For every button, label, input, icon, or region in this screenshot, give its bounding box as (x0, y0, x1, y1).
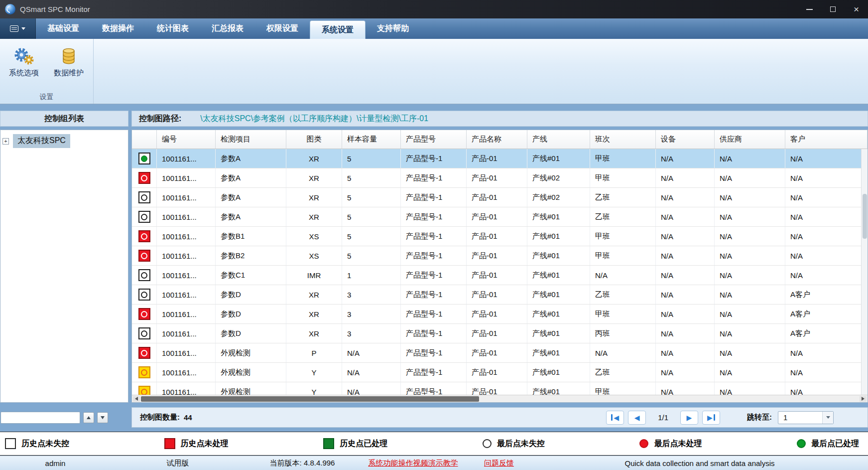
column-header[interactable]: 班次 (590, 130, 656, 149)
status-dot (141, 194, 147, 201)
first-page-button[interactable]: ◀ (606, 411, 624, 425)
status-cell (132, 207, 157, 226)
table-row[interactable]: 1001161...参数AXR5产品型号-1产品-01产线#02乙班N/AN/A… (132, 188, 868, 207)
table-row[interactable]: 1001161...参数AXR5产品型号-1产品-01产线#01甲班N/AN/A… (132, 149, 868, 168)
system-options-button[interactable]: 系统选项 (3, 43, 45, 81)
table-row[interactable]: 1001161...参数AXR5产品型号-1产品-01产线#01乙班N/AN/A… (132, 207, 868, 227)
scroll-right-button[interactable] (860, 396, 867, 402)
next-page-button[interactable]: ▶ (680, 411, 698, 425)
column-header[interactable]: 样本容量 (342, 130, 401, 149)
database-icon (59, 46, 79, 67)
tab-basic-settings[interactable]: 基础设置 (36, 18, 91, 39)
tree-item-label[interactable]: 太友科技SPC (13, 134, 70, 148)
table-cell: 甲班 (590, 149, 656, 168)
table-row[interactable]: 1001161...参数C1IMR1产品型号-1产品-01产线#01N/AN/A… (132, 266, 868, 285)
vertical-scrollbar[interactable] (861, 149, 868, 395)
maximize-button[interactable] (821, 0, 845, 18)
table-cell: 产线#02 (527, 168, 590, 187)
table-cell: N/A (785, 188, 868, 207)
tab-summary-reports[interactable]: 汇总报表 (200, 18, 255, 39)
last-page-button[interactable]: ▶ (702, 411, 720, 425)
data-maintenance-button[interactable]: 数据维护 (48, 43, 90, 81)
table-cell: 参数A (216, 168, 286, 187)
status-icon-white-box-green-dot (138, 153, 150, 164)
close-button[interactable]: × (845, 0, 868, 18)
tab-data-operations[interactable]: 数据操作 (91, 18, 145, 39)
table-cell: 乙班 (590, 285, 656, 304)
column-header[interactable]: 设备 (656, 130, 715, 149)
tab-support-help[interactable]: 支持帮助 (366, 18, 420, 39)
table-body: 1001161...参数AXR5产品型号-1产品-01产线#01甲班N/AN/A… (132, 149, 868, 395)
table-row[interactable]: 1001161...参数DXR3产品型号-1产品-01产线#01乙班N/AN/A… (132, 285, 868, 305)
column-header[interactable]: 图类 (286, 130, 342, 149)
column-header[interactable] (132, 130, 157, 149)
arrow-left-icon: ◀ (634, 414, 640, 421)
status-dot (141, 233, 147, 240)
table-cell: 产品-01 (467, 285, 527, 304)
tree-item-root[interactable]: + 太友科技SPC (0, 130, 128, 148)
column-header[interactable]: 产品型号 (401, 130, 467, 149)
app-menu-button[interactable] (0, 18, 36, 39)
table-cell: 产品-01 (467, 207, 527, 226)
status-cell (132, 305, 157, 323)
horizontal-scrollbar[interactable] (132, 395, 868, 402)
table-row[interactable]: 1001161...参数DXR3产品型号-1产品-01产线#01丙班N/AN/A… (132, 324, 868, 343)
table-cell: 产品-01 (467, 382, 527, 395)
table-cell: N/A (656, 285, 715, 304)
tree-search-input[interactable] (0, 412, 80, 424)
table-cell: N/A (715, 382, 785, 395)
tree-expander-icon[interactable]: + (2, 138, 9, 145)
status-icon-red-box-white-ring-dot (138, 347, 150, 359)
table-cell: 1001161... (157, 305, 216, 323)
tab-system-settings[interactable]: 系统设置 (310, 20, 366, 39)
search-down-button[interactable] (97, 412, 108, 423)
table-cell: 3 (342, 324, 401, 343)
chevron-down-icon[interactable] (822, 412, 833, 424)
legend-label: 最后点已处理 (811, 439, 859, 449)
column-header[interactable]: 产品名称 (467, 130, 527, 149)
status-edition: 试用版 (111, 459, 245, 468)
table-cell: N/A (715, 363, 785, 382)
table-row[interactable]: 1001161...参数B2XS5产品型号-1产品-01产线#01甲班N/AN/… (132, 246, 868, 266)
jump-to-select[interactable]: 1 (778, 411, 834, 424)
table-cell: N/A (715, 227, 785, 246)
table-row[interactable]: 1001161...参数B1XS5产品型号-1产品-01产线#01甲班N/AN/… (132, 227, 868, 246)
table-cell: N/A (656, 168, 715, 187)
table-row[interactable]: 1001161...外观检测YN/A产品型号-1产品-01产线#01乙班N/AN… (132, 363, 868, 382)
previous-page-button[interactable]: ◀ (628, 411, 646, 425)
table-cell: 甲班 (590, 246, 656, 265)
table-row[interactable]: 1001161...外观检测PN/A产品型号-1产品-01产线#01N/AN/A… (132, 343, 868, 363)
table-cell: N/A (656, 324, 715, 343)
search-up-button[interactable] (83, 412, 94, 423)
table-cell: 外观检测 (216, 363, 286, 382)
table-cell: N/A (590, 266, 656, 285)
table-cell: N/A (785, 343, 868, 362)
table-cell: 1001161... (157, 246, 216, 265)
status-legend: 历史点未失控历史点未处理历史点已处理最后点未失控最后点未处理最后点已处理 (0, 432, 868, 456)
column-header[interactable]: 产线 (527, 130, 590, 149)
tab-statistics-charts[interactable]: 统计图表 (145, 18, 200, 39)
table-row[interactable]: 1001161...参数AXR5产品型号-1产品-01产线#02甲班N/AN/A… (132, 168, 868, 188)
tab-permission-settings[interactable]: 权限设置 (255, 18, 310, 39)
minimize-button[interactable] (798, 0, 821, 18)
column-header[interactable]: 供应商 (715, 130, 785, 149)
table-cell: 产品-01 (467, 188, 527, 207)
column-header[interactable]: 客户 (785, 130, 868, 149)
status-dot (141, 272, 147, 279)
feedback-link[interactable]: 问题反馈 (467, 459, 531, 468)
vertical-scroll-thumb[interactable] (863, 194, 867, 239)
arrow-up-icon (87, 416, 91, 419)
scroll-left-button[interactable] (133, 396, 140, 402)
page-indicator: 1/1 (658, 413, 668, 422)
table-cell: XS (286, 227, 342, 246)
table-cell: N/A (656, 343, 715, 362)
video-tutorial-link[interactable]: 系统功能操作视频演示教学 (360, 459, 467, 468)
table-row[interactable]: 1001161...外观检测YN/A产品型号-1产品-01产线#01甲班N/AN… (132, 382, 868, 395)
column-header[interactable]: 检测项目 (216, 130, 286, 149)
table-cell: 产线#01 (527, 343, 590, 362)
table-cell: 产线#01 (527, 227, 590, 246)
horizontal-scroll-thumb[interactable] (141, 396, 479, 402)
table-cell: 参数D (216, 305, 286, 323)
column-header[interactable]: 编号 (157, 130, 216, 149)
table-row[interactable]: 1001161...参数DXR3产品型号-1产品-01产线#01甲班N/AN/A… (132, 305, 868, 324)
